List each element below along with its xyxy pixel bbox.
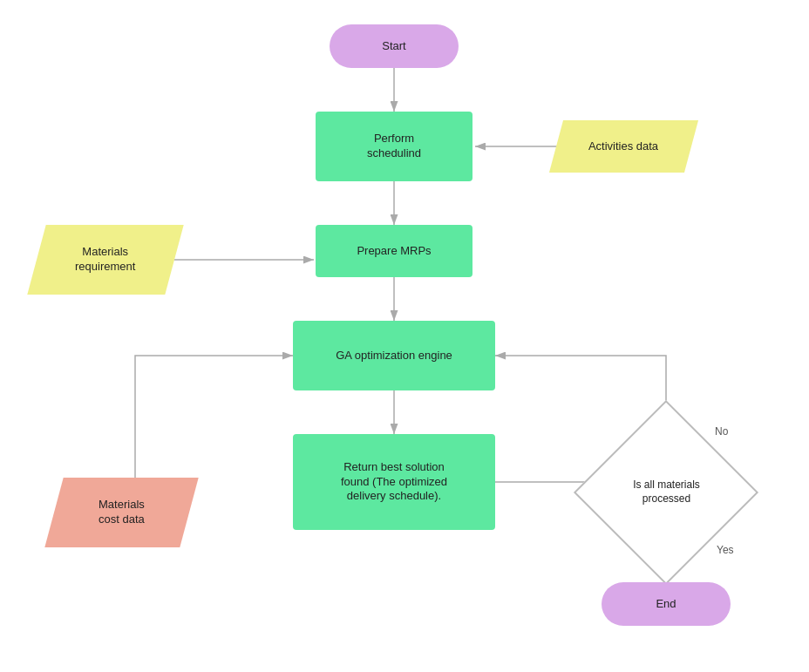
return-best-node: Return best solution found (The optimize… bbox=[293, 434, 495, 530]
activities-data-node: Activities data bbox=[549, 120, 698, 173]
materials-requirement-label: Materials requirement bbox=[75, 245, 135, 275]
start-label: Start bbox=[382, 39, 405, 54]
activities-data-label: Activities data bbox=[588, 139, 658, 154]
perform-scheduling-label: Perform schedulind bbox=[367, 132, 421, 161]
materials-requirement-node: Materials requirement bbox=[27, 225, 183, 295]
prepare-mrps-node: Prepare MRPs bbox=[316, 225, 472, 277]
return-best-label: Return best solution found (The optimize… bbox=[341, 460, 447, 505]
ga-optimization-node: GA optimization engine bbox=[293, 321, 495, 390]
yes-label: Yes bbox=[717, 544, 734, 556]
flowchart-diagram: Start Perform schedulind Activities data… bbox=[0, 0, 809, 672]
perform-scheduling-node: Perform schedulind bbox=[316, 112, 472, 181]
ga-optimization-label: GA optimization engine bbox=[336, 349, 452, 363]
materials-cost-label: Materials cost data bbox=[99, 498, 145, 527]
materials-cost-node: Materials cost data bbox=[44, 478, 198, 547]
prepare-mrps-label: Prepare MRPs bbox=[357, 244, 431, 259]
is-all-materials-node: Is all materials processed bbox=[574, 400, 758, 585]
end-label: End bbox=[656, 597, 676, 612]
start-node: Start bbox=[330, 24, 459, 68]
end-node: End bbox=[602, 582, 731, 626]
is-all-materials-label: Is all materials processed bbox=[629, 475, 704, 509]
no-label: No bbox=[715, 425, 728, 438]
